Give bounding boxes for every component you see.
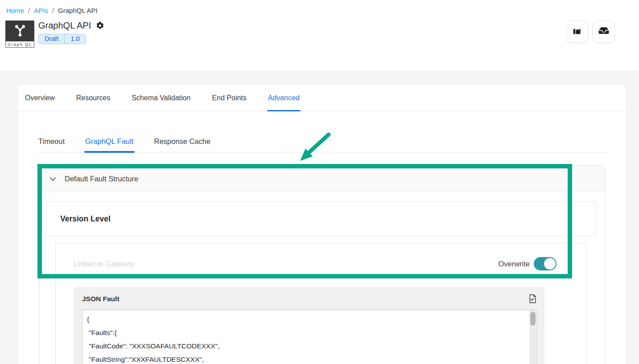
default-fault-structure-header[interactable]: Default Fault Structure <box>40 166 605 192</box>
breadcrumb-separator: / <box>52 7 54 14</box>
bar-chart-icon <box>572 25 583 38</box>
analytics-button[interactable] <box>566 20 589 43</box>
api-logo: Graph QL <box>5 20 34 48</box>
breadcrumb-home[interactable]: Home <box>6 7 24 14</box>
lifecycle-status-badge: Draft <box>39 34 64 44</box>
gateway-override-row: Linked to Gateway Overwrite <box>56 243 586 279</box>
json-fault-title: JSON Fault <box>82 295 120 303</box>
tab-overview[interactable]: Overview <box>24 85 56 111</box>
subtab-response-cache[interactable]: Response Cache <box>153 137 212 152</box>
default-fault-structure-body: Version Level Linked to Gateway Overwrit… <box>40 192 605 364</box>
code-line: "FaultCode": "XXXSOAFAULTCODEXXX", <box>87 339 523 353</box>
code-line: "Faults":{ <box>87 326 523 339</box>
version-badge: 1.0 <box>64 34 85 44</box>
json-fault-editor[interactable]: { "Faults":{ "FaultCode": "XXXSOAFAULTCO… <box>82 310 537 364</box>
overwrite-control: Overwrite <box>498 257 557 270</box>
status-badge-group: Draft 1.0 <box>38 34 86 44</box>
code-line: { <box>87 313 523 326</box>
linked-to-gateway-label: Linked to Gateway <box>74 260 135 268</box>
gateway-fault-box: Linked to Gateway Overwrite JSON Fault <box>55 243 586 364</box>
editor-scrollbar[interactable] <box>529 311 536 364</box>
subtab-timeout[interactable]: Timeout <box>37 137 66 152</box>
tab-advanced[interactable]: Advanced <box>267 85 301 111</box>
graphql-logo-icon <box>12 20 28 39</box>
editor-scrollbar-thumb[interactable] <box>530 312 536 326</box>
overwrite-label: Overwrite <box>498 260 530 268</box>
default-fault-structure-section: Default Fault Structure Version Level Li… <box>39 165 605 364</box>
inbox-icon <box>598 25 610 39</box>
page-title: GraphQL API <box>38 20 91 31</box>
accordion-title: Default Fault Structure <box>65 175 138 183</box>
page-header: Home / APIs / GraphQL API <box>0 0 639 70</box>
graphql-fault-content: Default Fault Structure Version Level Li… <box>18 152 626 364</box>
tab-end-points[interactable]: End Points <box>211 85 247 111</box>
api-logo-caption: Graph QL <box>5 41 34 48</box>
api-header-row: Graph QL GraphQL API Draft 1.0 <box>5 20 615 48</box>
header-actions <box>566 20 615 43</box>
tab-resources[interactable]: Resources <box>75 85 111 111</box>
breadcrumb-current: GraphQL API <box>58 7 98 14</box>
page-background: Overview Resources Schema Validation End… <box>0 70 639 364</box>
subtab-graphql-fault[interactable]: GraphQL Fault <box>84 137 135 152</box>
code-line: "FaultString":"XXXFAULTDESCXXX", <box>87 353 523 364</box>
breadcrumb-separator: / <box>28 7 30 14</box>
advanced-subtabs-wrap: Timeout GraphQL Fault Response Cache <box>18 111 626 152</box>
tab-schema-validation[interactable]: Schema Validation <box>131 85 191 111</box>
breadcrumb: Home / APIs / GraphQL API <box>0 0 639 14</box>
json-fault-header: JSON Fault <box>82 294 537 303</box>
main-tabs: Overview Resources Schema Validation End… <box>18 85 626 111</box>
file-text-icon[interactable] <box>528 294 537 303</box>
api-config-card: Overview Resources Schema Validation End… <box>18 85 626 364</box>
breadcrumb-apis[interactable]: APIs <box>34 7 48 14</box>
overwrite-toggle[interactable] <box>534 257 557 270</box>
toggle-knob <box>544 258 556 270</box>
gear-icon[interactable] <box>96 21 104 30</box>
version-level-title: Version Level <box>60 214 111 224</box>
deploy-button[interactable] <box>593 20 615 43</box>
json-fault-panel: JSON Fault { <box>74 287 544 364</box>
chevron-down-icon <box>49 175 56 183</box>
version-level-card: Version Level <box>46 201 596 237</box>
api-title-block: GraphQL API Draft 1.0 <box>38 20 104 44</box>
advanced-subtabs: Timeout GraphQL Fault Response Cache <box>37 137 610 152</box>
